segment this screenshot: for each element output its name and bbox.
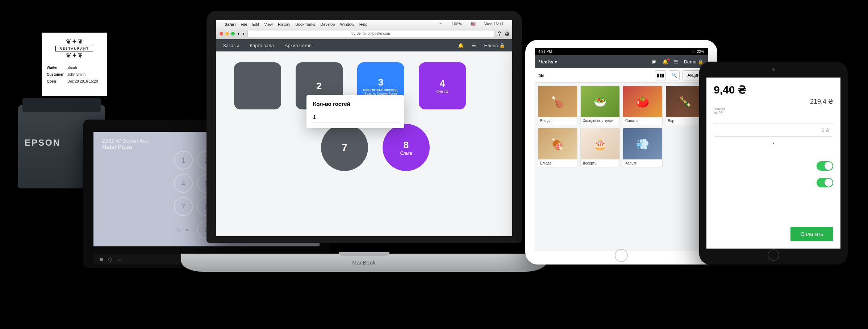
payment-note: гласно№ 25 xyxy=(706,105,840,121)
macbook: Safari File Edit View History Bookmarks … xyxy=(181,11,547,272)
printer-brand: EPSON xyxy=(25,138,60,148)
table-4[interactable]: 4 Ольга xyxy=(419,62,466,109)
category-toolbar: ры ▮▮▮ 🔍 Акции xyxy=(535,68,708,83)
home-button[interactable] xyxy=(768,249,779,261)
task-view-icon[interactable]: ▭ xyxy=(118,257,121,261)
cashbox-icon[interactable]: ▣ xyxy=(652,59,656,64)
tendered-amount: 219,4 ₴ xyxy=(706,97,840,105)
home-button[interactable] xyxy=(615,249,628,262)
menu-edit[interactable]: Edit xyxy=(252,22,259,26)
bell-icon[interactable]: 🔔 xyxy=(458,43,464,48)
section-label: ры xyxy=(538,72,544,78)
pay-button[interactable]: Оплатить xyxy=(790,227,833,241)
ios-statusbar: 4:21 PM ᚼ 22% xyxy=(535,48,708,55)
category-item[interactable]: 🎂Десерты xyxy=(580,128,620,167)
category-item[interactable]: 🍖Блюда xyxy=(538,128,577,167)
safari-toolbar: ‹ › try-demo.joinposter.com ⇪ ⧉ xyxy=(216,28,512,39)
total-amount: 9,40 ₴ xyxy=(706,78,840,97)
url-bar[interactable]: try-demo.joinposter.com xyxy=(247,30,494,37)
check-number[interactable]: Чек № ▾ xyxy=(539,59,557,64)
pos-appbar: Заказы Карта зала Архив чеков 🔔 ☰ Елена … xyxy=(216,39,512,51)
status-battery: 22% xyxy=(697,50,704,54)
ipad-white: 4:21 PM ᚼ 22% Чек № ▾ ▣ 🔔 ☰ Demo 🔒 ры ▮▮… xyxy=(525,40,717,265)
floor-map: 2 3 Базиликовый лимонад, Везуле, Сицилий… xyxy=(216,51,512,225)
menu-view[interactable]: View xyxy=(264,22,273,26)
category-item[interactable]: 🍅Салаты xyxy=(623,86,663,125)
menu-icon[interactable]: ☰ xyxy=(674,59,678,64)
tab-floormap[interactable]: Карта зала xyxy=(250,43,274,48)
pos-location: 2262 W Devon Ave Halal Pizza xyxy=(102,138,149,150)
menubar-clock: Wed 16:11 xyxy=(484,22,504,26)
flag-icon: 🇺🇸 xyxy=(471,22,476,26)
minimize-icon[interactable] xyxy=(225,32,229,36)
toggle-row xyxy=(706,158,840,174)
menu-bookmarks[interactable]: Bookmarks xyxy=(295,22,315,26)
table-8[interactable]: 8 Ольга xyxy=(383,124,430,171)
bluetooth-icon: ᚼ xyxy=(692,50,694,54)
macos-menubar: Safari File Edit View History Bookmarks … xyxy=(216,20,512,28)
macbook-screen: Safari File Edit View History Bookmarks … xyxy=(216,20,512,236)
option-toggle-2[interactable] xyxy=(817,178,833,187)
toggle-row xyxy=(706,174,840,191)
pos-topbar: Чек № ▾ ▣ 🔔 ☰ Demo 🔒 xyxy=(535,55,708,68)
category-item[interactable]: 💨Кальян xyxy=(623,128,663,167)
menu-window[interactable]: Window xyxy=(340,22,354,26)
popup-title: Кол-во гостей xyxy=(313,101,398,107)
ipad-black: 9,40 ₴ 219,4 ₴ гласно№ 25 0 ₴ • Оплатить xyxy=(699,62,848,265)
category-item[interactable]: 🥗Холодные закуски xyxy=(580,86,620,125)
tab-archive[interactable]: Архив чеков xyxy=(285,43,312,48)
category-item[interactable]: 🍗Блюда xyxy=(538,86,577,125)
menu-develop[interactable]: Develop xyxy=(320,22,335,26)
option-toggle-1[interactable] xyxy=(817,161,833,171)
menu-history[interactable]: History xyxy=(278,22,290,26)
bell-icon[interactable]: 🔔 xyxy=(662,59,668,64)
menu-file[interactable]: File xyxy=(241,22,247,26)
nav-back-icon[interactable]: ‹ xyxy=(238,30,239,37)
menu-help[interactable]: Help xyxy=(359,22,368,26)
divider-dot: • xyxy=(706,140,840,147)
camera-icon xyxy=(772,68,775,71)
receipt-logo: ❦ ✦ ❦ RESTAURANT ❦ ✦ ❦ xyxy=(46,38,103,59)
amount-input[interactable]: 0 ₴ xyxy=(714,124,833,137)
battery-status: 100% xyxy=(452,22,462,26)
tabs-icon[interactable]: ⧉ xyxy=(505,30,509,37)
status-time: 4:21 PM xyxy=(538,50,552,54)
receipt-details: WaiterSarah CustomerJohn Smith OpenDec 2… xyxy=(46,64,103,85)
search-icon[interactable]: 🔍 xyxy=(669,70,680,80)
payment-screen: 9,40 ₴ 219,4 ₴ гласно№ 25 0 ₴ • Оплатить xyxy=(706,78,840,249)
barcode-icon[interactable]: ▮▮▮ xyxy=(655,70,666,80)
share-icon[interactable]: ⇪ xyxy=(497,30,502,37)
guest-count-popup: Кол-во гостей xyxy=(306,95,404,128)
current-user[interactable]: Demo 🔒 xyxy=(684,59,704,64)
wifi-icon: ᯤ xyxy=(439,22,443,26)
address-line2: Halal Pizza xyxy=(102,144,149,150)
menu-icon[interactable]: ☰ xyxy=(472,43,476,48)
windows-start-icon[interactable]: ⊞ xyxy=(100,257,103,261)
guest-count-input[interactable] xyxy=(313,112,398,122)
table-7[interactable]: 7 xyxy=(321,124,368,171)
window-controls[interactable] xyxy=(220,32,235,36)
receipt: ❦ ✦ ❦ RESTAURANT ❦ ✦ ❦ WaiterSarah Custo… xyxy=(42,33,107,96)
macbook-base: MacBook xyxy=(181,254,547,272)
current-user[interactable]: Елена 🔒 xyxy=(484,43,505,48)
tab-orders[interactable]: Заказы xyxy=(223,43,239,48)
maximize-icon[interactable] xyxy=(231,32,235,36)
nav-forward-icon[interactable]: › xyxy=(242,30,244,37)
menubar-app[interactable]: Safari xyxy=(225,22,236,26)
category-grid: 🍗Блюда 🥗Холодные закуски 🍅Салаты 🍾Бар 🍖Б… xyxy=(535,83,708,170)
address-line1: 2262 W Devon Ave xyxy=(102,138,149,144)
table-1[interactable] xyxy=(234,62,281,109)
receipt-brand: RESTAURANT xyxy=(55,46,93,51)
close-icon[interactable] xyxy=(220,32,223,36)
search-icon[interactable]: ◯ xyxy=(108,257,112,261)
